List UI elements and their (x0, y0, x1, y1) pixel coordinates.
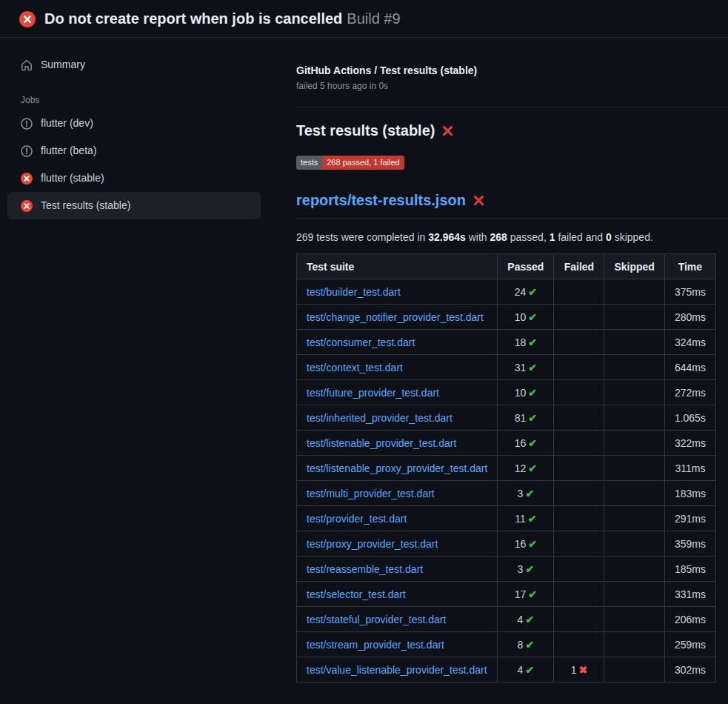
sidebar-item-flutter-dev[interactable]: flutter (dev) (7, 110, 261, 137)
page-title: Do not create report when job is cancell… (44, 10, 401, 27)
suite-link[interactable]: test/change_notifier_provider_test.dart (307, 311, 484, 323)
failed-cell (554, 405, 604, 431)
passed-cell: 8✔ (498, 632, 554, 657)
time-cell: 322ms (664, 431, 715, 456)
time-cell: 324ms (664, 330, 715, 355)
table-row: test/listenable_proxy_provider_test.dart… (297, 456, 716, 481)
suite-cell: test/selector_test.dart (297, 582, 498, 607)
failed-status-icon (19, 11, 36, 27)
skipped-cell (604, 632, 664, 657)
suite-link[interactable]: test/listenable_proxy_provider_test.dart (307, 462, 487, 474)
sidebar-item-label: flutter (dev) (41, 117, 93, 130)
table-row: test/stream_provider_test.dart8✔259ms (297, 632, 716, 657)
time-cell: 206ms (664, 607, 715, 632)
tests-badge: tests 268 passed, 1 failed (296, 156, 404, 170)
suite-cell: test/listenable_proxy_provider_test.dart (297, 456, 498, 481)
badge-label: tests (296, 156, 322, 170)
suite-link[interactable]: test/reassemble_test.dart (307, 563, 423, 575)
skipped-cell (604, 380, 664, 405)
suite-cell: test/stateful_provider_test.dart (297, 607, 498, 632)
time-cell: 291ms (664, 506, 715, 531)
skipped-cell (604, 481, 664, 506)
suite-cell: test/provider_test.dart (297, 506, 498, 531)
col-failed: Failed (554, 254, 604, 279)
failed-cell (554, 531, 604, 557)
breadcrumb: GitHub Actions / Test results (stable) (296, 64, 728, 76)
badge-value: 268 passed, 1 failed (322, 156, 404, 170)
time-cell: 311ms (664, 456, 715, 481)
check-icon: ✔ (528, 437, 537, 449)
skipped-cell (604, 657, 664, 683)
cross-mark-icon (441, 124, 454, 137)
suite-link[interactable]: test/proxy_provider_test.dart (307, 538, 438, 550)
table-row: test/reassemble_test.dart3✔185ms (297, 557, 716, 582)
passed-cell: 4✔ (498, 657, 554, 683)
sidebar-item-test-results-stable[interactable]: Test results (stable) (7, 192, 261, 219)
table-row: test/future_provider_test.dart10✔272ms (297, 380, 716, 405)
home-icon (21, 59, 33, 71)
summary-sentence: 269 tests were completed in 32.964s with… (296, 231, 728, 243)
failed-cell (554, 506, 604, 531)
table-header-row: Test suite Passed Failed Skipped Time (297, 254, 716, 279)
failed-cell (554, 355, 604, 380)
run-meta: failed 5 hours ago in 0s (296, 81, 728, 91)
skipped-cell (604, 557, 664, 582)
build-number: Build #9 (347, 10, 400, 27)
skipped-cell (604, 506, 664, 531)
report-heading: reports/test-results.json (296, 192, 728, 219)
suite-link[interactable]: test/listenable_provider_test.dart (307, 437, 456, 449)
passed-cell: 10✔ (498, 380, 554, 405)
col-time: Time (664, 254, 715, 279)
time-cell: 302ms (664, 657, 715, 683)
suite-link[interactable]: test/consumer_test.dart (307, 336, 415, 348)
suite-link[interactable]: test/inherited_provider_test.dart (307, 412, 453, 424)
skipped-cell (604, 431, 664, 456)
divider (296, 107, 728, 107)
sidebar-item-flutter-beta[interactable]: flutter (beta) (7, 137, 261, 165)
table-row: test/inherited_provider_test.dart81✔1.06… (297, 405, 716, 431)
passed-cell: 4✔ (498, 607, 554, 632)
suite-link[interactable]: test/context_test.dart (307, 362, 403, 373)
check-icon: ✔ (525, 664, 534, 676)
neutral-status-icon (21, 145, 33, 157)
suite-link[interactable]: test/selector_test.dart (307, 588, 406, 600)
sidebar-item-flutter-stable[interactable]: flutter (stable) (7, 165, 261, 192)
time-cell: 272ms (664, 380, 715, 405)
suite-cell: test/consumer_test.dart (297, 330, 498, 355)
suite-link[interactable]: test/future_provider_test.dart (307, 387, 439, 399)
passed-cell: 81✔ (498, 405, 554, 431)
suite-link[interactable]: test/builder_test.dart (307, 286, 401, 298)
skipped-cell (604, 582, 664, 607)
sidebar-item-summary[interactable]: Summary (7, 51, 261, 79)
suite-link[interactable]: test/stateful_provider_test.dart (307, 614, 446, 625)
skipped-cell (604, 531, 664, 557)
failed-cell (554, 632, 604, 657)
check-icon: ✔ (528, 538, 537, 550)
passed-cell: 3✔ (498, 481, 554, 506)
passed-cell: 31✔ (498, 355, 554, 380)
main-content: GitHub Actions / Test results (stable) f… (296, 38, 728, 683)
skipped-cell (604, 607, 664, 632)
check-icon: ✔ (528, 387, 537, 399)
time-cell: 644ms (664, 355, 715, 380)
failed-cell (554, 456, 604, 481)
failed-cell (554, 431, 604, 456)
passed-cell: 24✔ (498, 279, 554, 305)
suite-link[interactable]: test/value_listenable_provider_test.dart (307, 664, 487, 676)
cross-mark-icon (472, 194, 485, 207)
failed-cell (554, 607, 604, 632)
section-title-text: Test results (stable) (296, 122, 435, 139)
suite-cell: test/value_listenable_provider_test.dart (297, 657, 498, 683)
failed-cell (554, 305, 604, 330)
time-cell: 375ms (664, 279, 715, 305)
report-link[interactable]: reports/test-results.json (296, 192, 466, 209)
suite-link[interactable]: test/provider_test.dart (307, 513, 407, 525)
time-cell: 331ms (664, 582, 715, 607)
suite-link[interactable]: test/stream_provider_test.dart (307, 639, 444, 651)
passed-cell: 10✔ (498, 305, 554, 330)
col-skipped: Skipped (604, 254, 664, 279)
table-row: test/stateful_provider_test.dart4✔206ms (297, 607, 716, 632)
suite-link[interactable]: test/multi_provider_test.dart (307, 488, 435, 499)
failed-cell (554, 582, 604, 607)
failed-cell (554, 380, 604, 405)
